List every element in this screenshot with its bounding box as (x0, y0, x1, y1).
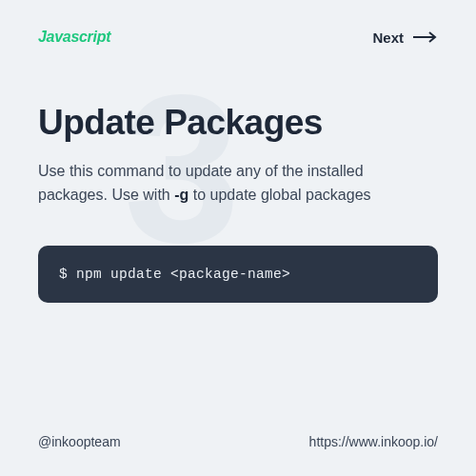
footer-url[interactable]: https://www.inkoop.io/ (309, 434, 438, 449)
page-title: Update Packages (38, 103, 438, 143)
next-label: Next (372, 30, 404, 46)
header: Javascript Next (0, 0, 476, 46)
description-part2: to update global packages (188, 187, 370, 203)
next-link[interactable]: Next (372, 30, 438, 46)
footer-handle[interactable]: @inkoopteam (38, 434, 121, 449)
description-flag: -g (174, 187, 188, 203)
code-block: $ npm update <package-name> (38, 246, 438, 303)
footer: @inkoopteam https://www.inkoop.io/ (0, 434, 476, 449)
brand-label: Javascript (38, 29, 110, 46)
description: Use this command to update any of the in… (38, 160, 381, 208)
main-content: 3 Update Packages Use this command to up… (0, 46, 476, 303)
arrow-right-icon (413, 31, 438, 43)
